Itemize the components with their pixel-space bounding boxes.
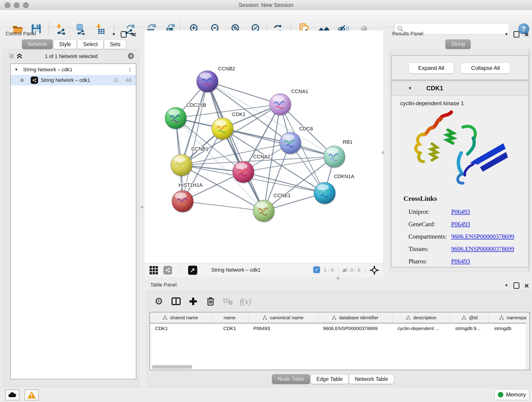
cell-namespace[interactable]: stringdb	[489, 323, 530, 333]
crosslink-value[interactable]: P06493	[451, 221, 470, 228]
edge-CCNB2-CCNA1[interactable]	[207, 81, 280, 104]
collapse-panel-icon[interactable]: ▼	[505, 283, 508, 288]
collapse-panel-icon[interactable]: ▼	[112, 32, 116, 37]
tab-sets[interactable]: Sets	[104, 39, 126, 49]
tab-style[interactable]: Style	[53, 39, 76, 49]
edge-CCNB2-CCNE1[interactable]	[207, 81, 264, 211]
node-CCNA1[interactable]	[269, 94, 291, 116]
node-CCNB1[interactable]	[171, 154, 192, 177]
node-HIST1H1A[interactable]	[172, 191, 194, 213]
birds-eye-view-icon[interactable]	[370, 265, 379, 276]
tab-network[interactable]: Network	[22, 39, 53, 49]
section-triangle-icon[interactable]: ▼	[408, 86, 412, 91]
expand-triangle-icon[interactable]: ▼	[14, 68, 18, 72]
cloud-status-button[interactable]	[5, 389, 19, 400]
column-header-canonical-name[interactable]: canonical name	[248, 313, 318, 323]
column-header-shared-name[interactable]: shared name	[150, 313, 211, 323]
cloud-icon	[7, 391, 17, 399]
cell-shared-name[interactable]: CDK1	[150, 323, 211, 333]
tab-edge-table[interactable]: Edge Table	[311, 374, 348, 384]
node-CDK1[interactable]	[212, 118, 234, 140]
titlebar: Session: New Session	[0, 0, 532, 10]
network-row-selected[interactable]: String Network – cdk1 11 48	[11, 75, 136, 85]
column-header--id[interactable]: @id	[450, 313, 489, 323]
crosslink-value[interactable]: P06493	[451, 258, 470, 265]
bottom-splitter-handle[interactable]	[336, 277, 339, 280]
selected-checkbox-icon[interactable]: ✓	[313, 266, 320, 273]
float-panel-icon[interactable]	[513, 282, 519, 289]
network-collection-row[interactable]: ▼ String Network – cdk1 1	[11, 64, 136, 75]
show-columns-button[interactable]	[170, 295, 183, 308]
cell-name[interactable]: CDK1	[211, 323, 248, 333]
node-CCNB2[interactable]	[196, 70, 218, 93]
import-table-icon	[94, 23, 106, 35]
open-in-window-icon[interactable]	[188, 266, 197, 275]
node-label-CDK1: CDK1	[232, 111, 246, 117]
node-CCNA2[interactable]	[233, 161, 254, 184]
create-column-button[interactable]	[187, 295, 200, 308]
tab-network-table[interactable]: Network Table	[349, 374, 394, 384]
control-panel-tabs: Network Style Select Sets	[22, 39, 127, 49]
close-panel-icon[interactable]: ×	[132, 32, 136, 37]
fx-icon: f(x)	[240, 297, 251, 306]
network-share-icon[interactable]	[163, 266, 172, 274]
node-table-panel: ⚙ f(x) shared namenamecanonical namedata…	[147, 291, 531, 386]
node-RB1[interactable]	[323, 146, 345, 168]
crosslink-value[interactable]: 9606.ENSP00000378699	[451, 245, 514, 253]
import-network-button[interactable]	[54, 22, 67, 35]
node-label-CCNB1: CCNB1	[191, 146, 209, 152]
node-CDC6[interactable]	[279, 132, 301, 155]
network-options-gear-icon[interactable]: ⚙	[127, 52, 134, 60]
right-splitter-handle[interactable]	[382, 151, 385, 154]
node-CDC25B[interactable]	[165, 107, 187, 130]
gene-section-header[interactable]: ▼ CDK1	[392, 81, 528, 96]
delete-table-icon	[222, 296, 234, 307]
cell-database-identifier[interactable]: 9606.ENSP00000378699	[318, 323, 393, 333]
column-header-name[interactable]: name	[211, 313, 248, 323]
memory-button[interactable]: Memory	[494, 389, 529, 400]
collapse-panel-icon[interactable]: ▼	[505, 32, 508, 37]
crosslink-row: Uniprot:P06493	[409, 206, 514, 218]
table-options-button[interactable]: ⚙	[152, 295, 165, 308]
float-panel-icon[interactable]	[121, 31, 127, 38]
column-header-description[interactable]: description	[393, 313, 450, 323]
node-CDKN1A[interactable]	[314, 182, 336, 205]
results-panel-scrollbar[interactable]	[528, 49, 531, 272]
cell--id[interactable]: stringdb:9...	[450, 323, 489, 333]
cell-canonical-name[interactable]: P06493	[248, 323, 318, 333]
tab-select[interactable]: Select	[77, 39, 104, 49]
close-panel-icon[interactable]: ×	[525, 32, 529, 37]
vertical-scrollbar-track[interactable]	[526, 313, 530, 370]
import-table-button[interactable]	[94, 22, 107, 35]
close-panel-icon[interactable]: ×	[525, 283, 529, 288]
crosslinks-list: Uniprot:P06493GeneCard:P06493Compartment…	[409, 206, 514, 268]
column-header-namespace[interactable]: namespace	[489, 313, 530, 323]
memory-status-dot	[498, 392, 503, 397]
import-database-button[interactable]	[74, 22, 87, 35]
tab-node-table[interactable]: Node Table	[272, 374, 310, 384]
crosslink-value[interactable]: 9606.ENSP00000378699	[451, 233, 514, 240]
table-row[interactable]: CDK1CDK1P064939606.ENSP00000378699cyclin…	[150, 323, 530, 333]
grid-view-icon[interactable]	[150, 266, 158, 274]
edge-CDK1-RB1[interactable]	[222, 128, 334, 157]
float-panel-icon[interactable]	[513, 31, 519, 38]
warnings-button[interactable]	[25, 389, 39, 400]
string-results-panel: Expand All Collapse All ▼ CDK1 cyclin-de…	[389, 49, 530, 272]
column-type-icon	[406, 315, 411, 320]
left-splitter-handle[interactable]	[141, 206, 143, 209]
tab-string[interactable]: String	[445, 39, 471, 49]
edge-HIST1H1A-CCNE1[interactable]	[183, 201, 264, 211]
network-canvas[interactable]: CCNB2CCNA1CDC25BCDK1CDC6RB1CCNB1CCNA2CDK…	[145, 31, 383, 263]
plus-icon	[188, 296, 198, 307]
delete-column-button[interactable]	[204, 295, 217, 308]
horizontal-scrollbar-thumb[interactable]	[152, 365, 192, 369]
collapse-all-button[interactable]: Collapse All	[461, 63, 510, 74]
expand-all-button[interactable]: Expand All	[409, 63, 454, 74]
network-node-count: 11	[114, 77, 119, 83]
cell-description[interactable]: cyclin-dependent ...	[393, 323, 450, 333]
column-header-database-identifier[interactable]: database identifier	[318, 313, 393, 323]
table-panel-title: Table Panel	[150, 282, 177, 288]
node-CCNE1[interactable]	[253, 200, 275, 223]
crosslink-value[interactable]: P06493	[451, 208, 470, 216]
node-label-CCNA2: CCNA2	[253, 154, 270, 160]
